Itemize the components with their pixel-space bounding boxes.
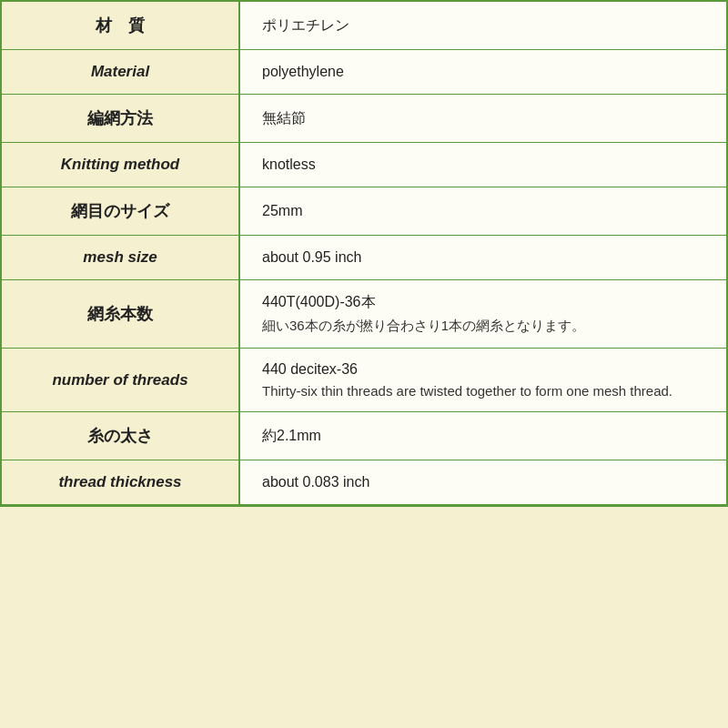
label-text: 網目のサイズ	[71, 202, 169, 220]
table-row: 網目のサイズ25mm	[2, 187, 726, 236]
value-cell: polyethylene	[239, 50, 726, 95]
value-text: ポリエチレン	[262, 16, 704, 35]
table-row: 編網方法無結節	[2, 95, 726, 143]
value-cell: ポリエチレン	[239, 2, 726, 50]
value-text: 細い36本の糸が撚り合わさり1本の網糸となります。	[262, 318, 704, 335]
label-text: Knitting method	[61, 156, 179, 173]
value-text: 440 decitex-36	[262, 361, 704, 378]
label-text: 材 質	[96, 16, 145, 35]
label-text: mesh size	[83, 248, 157, 266]
value-text: knotless	[262, 157, 704, 173]
value-text: polyethylene	[262, 64, 704, 80]
label-cell: mesh size	[2, 236, 239, 280]
value-cell: 440 decitex-36Thirty-six thin threads ar…	[239, 349, 726, 412]
value-text: 25mm	[262, 203, 704, 219]
value-cell: 440T(400D)-36本細い36本の糸が撚り合わさり1本の網糸となります。	[239, 280, 726, 349]
label-text: 糸の太さ	[87, 427, 153, 445]
label-text: 編網方法	[87, 109, 153, 127]
label-text: number of threads	[52, 371, 187, 389]
value-cell: 25mm	[239, 187, 726, 236]
table-row: mesh sizeabout 0.95 inch	[2, 236, 726, 280]
value-text: 約2.1mm	[262, 427, 704, 446]
label-cell: number of threads	[2, 349, 239, 412]
label-cell: 網目のサイズ	[2, 187, 239, 236]
value-text: Thirty-six thin threads are twisted toge…	[262, 383, 704, 399]
table-row: thread thicknessabout 0.083 inch	[2, 460, 726, 505]
value-cell: about 0.95 inch	[239, 236, 726, 280]
spec-table: 材 質ポリエチレンMaterialpolyethylene編網方法無結節Knit…	[0, 0, 728, 507]
label-cell: 材 質	[2, 2, 239, 50]
table-row: Knitting methodknotless	[2, 143, 726, 187]
value-text: about 0.95 inch	[262, 249, 704, 266]
table-row: Materialpolyethylene	[2, 50, 726, 95]
label-cell: Material	[2, 50, 239, 95]
value-text: about 0.083 inch	[262, 474, 704, 490]
value-text: 無結節	[262, 109, 704, 128]
table-row: number of threads440 decitex-36Thirty-si…	[2, 349, 726, 412]
label-text: 網糸本数	[87, 305, 153, 323]
value-cell: knotless	[239, 143, 726, 187]
table-row: 網糸本数440T(400D)-36本細い36本の糸が撚り合わさり1本の網糸となり…	[2, 280, 726, 349]
value-cell: about 0.083 inch	[239, 460, 726, 505]
label-cell: Knitting method	[2, 143, 239, 187]
label-cell: thread thickness	[2, 460, 239, 505]
table-row: 材 質ポリエチレン	[2, 2, 726, 50]
label-cell: 網糸本数	[2, 280, 239, 349]
value-cell: 無結節	[239, 95, 726, 143]
value-text: 440T(400D)-36本	[262, 293, 704, 312]
value-cell: 約2.1mm	[239, 412, 726, 460]
label-text: Material	[91, 63, 149, 80]
label-cell: 糸の太さ	[2, 412, 239, 460]
label-cell: 編網方法	[2, 95, 239, 143]
label-text: thread thickness	[58, 473, 181, 490]
table-row: 糸の太さ約2.1mm	[2, 412, 726, 460]
